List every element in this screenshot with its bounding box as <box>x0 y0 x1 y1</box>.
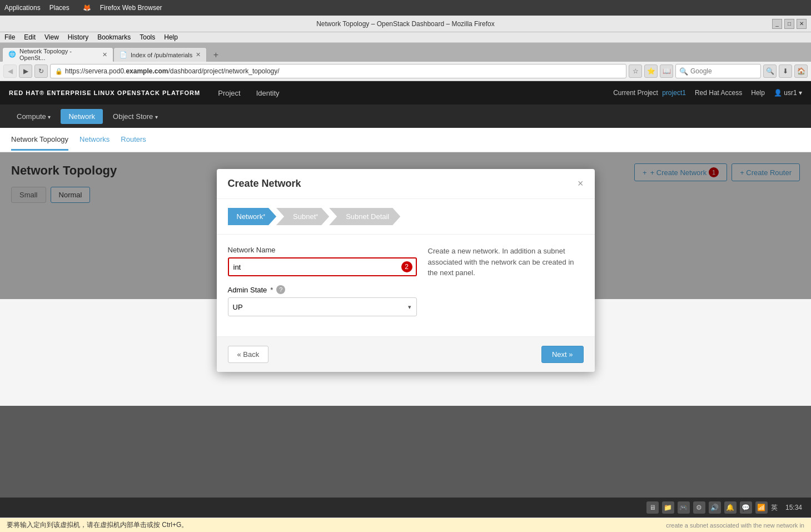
tab-index[interactable]: 📄 Index of /pub/materials ✕ <box>113 47 207 62</box>
lock-icon: 🔒 <box>55 68 63 75</box>
browser-title: Network Topology – OpenStack Dashboard –… <box>316 20 495 28</box>
header-right: Current Project project1 Red Hat Access … <box>613 89 802 97</box>
browser-tabs: 🌐 Network Topology - OpenSt... ✕ 📄 Index… <box>0 43 811 62</box>
bookmark-icon[interactable]: ☆ <box>629 64 642 78</box>
taskbar-icon-4[interactable]: ⚙ <box>693 501 705 514</box>
os-browser-label: Firefox Web Browser <box>100 4 162 12</box>
os-top-bar: Applications Places 🦊 Firefox Web Browse… <box>0 0 811 16</box>
help-link[interactable]: Help <box>751 89 765 97</box>
tab-close-1[interactable]: ✕ <box>102 51 107 58</box>
openstack-header: RED HAT® ENTERPRISE LINUX OPENSTACK PLAT… <box>0 81 811 105</box>
modal-close-button[interactable]: × <box>578 178 584 190</box>
taskbar-icon-3[interactable]: 🎮 <box>678 501 690 514</box>
admin-state-help-icon[interactable]: ? <box>276 285 285 294</box>
step-subnet-asterisk: * <box>316 213 318 220</box>
step-subnet-label: Subnet <box>293 212 316 221</box>
chevron-compute: ▾ <box>48 114 51 120</box>
taskbar-icon-8[interactable]: 📶 <box>755 501 768 514</box>
maximize-button[interactable]: □ <box>784 19 794 29</box>
download-icon[interactable]: ⬇ <box>779 64 792 78</box>
taskbar-icon-7[interactable]: 💬 <box>740 501 752 514</box>
taskbar-clock: 15:34 <box>781 504 807 511</box>
taskbar-icon-5[interactable]: 🔊 <box>709 501 721 514</box>
status-bottom-note: create a subnet associated with the new … <box>666 522 804 529</box>
tab-network-topology[interactable]: 🌐 Network Topology - OpenSt... ✕ <box>2 47 113 62</box>
taskbar-icon-6[interactable]: 🔔 <box>724 501 737 514</box>
subnav-compute[interactable]: Compute ▾ <box>9 109 58 124</box>
admin-state-label-row: Admin State * ? <box>228 285 417 294</box>
browser-chrome: Network Topology – OpenStack Dashboard –… <box>0 16 811 81</box>
search-button[interactable]: 🔍 <box>763 64 777 78</box>
network-name-input[interactable] <box>228 257 417 276</box>
menu-tools[interactable]: Tools <box>140 33 155 41</box>
menu-history[interactable]: History <box>68 33 88 41</box>
forward-button[interactable]: ▶ <box>19 64 32 78</box>
subnav-object-store[interactable]: Object Store ▾ <box>105 109 166 124</box>
next-button[interactable]: Next » <box>541 346 584 363</box>
search-input[interactable] <box>690 67 757 75</box>
page-subheader: Network Topology Networks Routers <box>0 128 811 152</box>
step-network-label: Network <box>237 212 263 221</box>
modal-form: Network Name 2 Admin State * ? <box>228 246 417 325</box>
nav-project[interactable]: Project <box>211 87 247 100</box>
step-network[interactable]: Network * <box>228 208 277 225</box>
openstack-subnav: Compute ▾ Network Object Store ▾ <box>0 105 811 128</box>
address-bar[interactable]: 🔒 https://servera.pod0.example.com/dashb… <box>50 64 626 78</box>
home-icon[interactable]: 🏠 <box>794 64 808 78</box>
reader-icon[interactable]: 📖 <box>660 64 673 78</box>
current-project-value: project1 <box>662 89 686 97</box>
nav-identity[interactable]: Identity <box>250 87 286 100</box>
os-places[interactable]: Places <box>49 4 69 12</box>
os-firefox-icon: 🦊 <box>83 4 91 12</box>
step-network-asterisk: * <box>263 213 265 220</box>
network-name-badge: 2 <box>401 261 412 272</box>
menu-edit[interactable]: Edit <box>24 33 36 41</box>
taskbar-icon-2[interactable]: 📁 <box>662 501 674 514</box>
titlebar-buttons: _ □ ✕ <box>772 19 807 29</box>
tab-networks[interactable]: Networks <box>79 130 110 151</box>
chevron-object-store: ▾ <box>155 114 158 120</box>
top-nav: Project Identity <box>211 87 286 100</box>
new-tab-button[interactable]: + <box>209 48 222 62</box>
openstack-brand: RED HAT® ENTERPRISE LINUX OPENSTACK PLAT… <box>9 90 200 96</box>
minimize-button[interactable]: _ <box>772 19 782 29</box>
status-bar: 要将输入定向到该虚拟机，请在虚拟机内部单击或按 Ctrl+G。 create a… <box>0 518 811 532</box>
tab-favicon-2: 📄 <box>120 51 127 59</box>
tab-label-2: Index of /pub/materials <box>131 52 192 58</box>
browser-menubar: File Edit View History Bookmarks Tools H… <box>0 32 811 43</box>
status-message: 要将输入定向到该虚拟机，请在虚拟机内部单击或按 Ctrl+G。 <box>7 520 188 530</box>
header-left: RED HAT® ENTERPRISE LINUX OPENSTACK PLAT… <box>9 87 286 100</box>
admin-state-select-wrapper: UP DOWN ▾ <box>228 297 417 316</box>
menu-view[interactable]: View <box>44 33 59 41</box>
admin-state-required: * <box>270 286 273 294</box>
create-network-modal: Create Network × Network * Subnet * Subn… <box>217 169 595 372</box>
step-subnet[interactable]: Subnet * <box>276 208 329 225</box>
user-menu[interactable]: 👤 usr1 ▾ <box>774 89 802 97</box>
red-hat-access[interactable]: Red Hat Access <box>695 89 742 97</box>
tab-label-1: Network Topology - OpenSt... <box>19 48 99 61</box>
close-button[interactable]: ✕ <box>797 19 807 29</box>
menu-bookmarks[interactable]: Bookmarks <box>97 33 131 41</box>
subnav-network[interactable]: Network <box>61 109 103 124</box>
modal-help-text: Create a new network. In addition a subn… <box>428 246 584 325</box>
taskbar-lang: 英 <box>771 503 778 513</box>
back-button[interactable]: « Back <box>228 346 269 363</box>
network-name-input-wrapper: 2 <box>228 257 417 276</box>
tab-network-topology[interactable]: Network Topology <box>11 130 68 151</box>
admin-state-select[interactable]: UP DOWN <box>228 297 417 316</box>
modal-title: Create Network <box>228 178 301 190</box>
refresh-button[interactable]: ↻ <box>34 64 48 78</box>
back-button[interactable]: ◀ <box>3 64 17 78</box>
network-name-group: Network Name 2 <box>228 246 417 276</box>
tab-close-2[interactable]: ✕ <box>196 51 201 58</box>
bookmark-star-icon[interactable]: ⭐ <box>644 64 658 78</box>
tab-routers[interactable]: Routers <box>121 130 146 151</box>
page-content: Network Topology Networks Routers Networ… <box>0 128 811 406</box>
step-subnet-detail[interactable]: Subnet Detail <box>329 208 400 225</box>
modal-body: Network Name 2 Admin State * ? <box>217 235 595 336</box>
os-applications[interactable]: Applications <box>4 4 41 12</box>
step-indicator: Network * Subnet * Subnet Detail <box>217 199 595 235</box>
menu-help[interactable]: Help <box>164 33 178 41</box>
menu-file[interactable]: File <box>4 33 15 41</box>
taskbar-icon-1[interactable]: 🖥 <box>646 501 659 514</box>
